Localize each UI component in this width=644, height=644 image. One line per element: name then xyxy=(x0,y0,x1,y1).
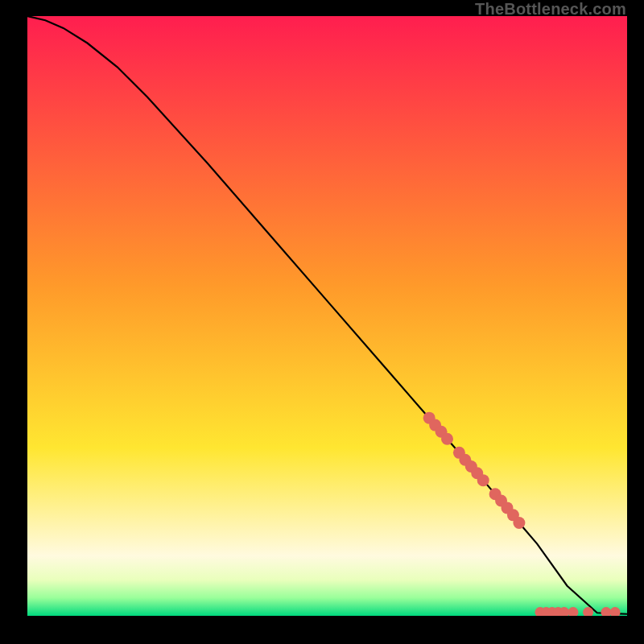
bottleneck-chart xyxy=(27,16,627,616)
data-marker xyxy=(513,517,525,529)
data-marker xyxy=(477,474,489,486)
data-marker xyxy=(441,433,453,445)
gradient-background xyxy=(27,16,627,616)
chart-frame: TheBottleneck.com xyxy=(0,0,644,644)
